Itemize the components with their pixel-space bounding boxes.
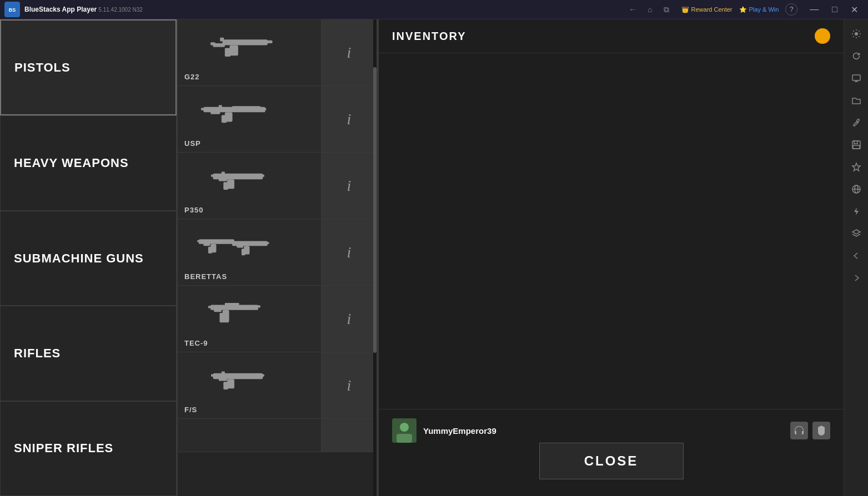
- back-button[interactable]: ←: [625, 4, 640, 16]
- headphone-badge: [790, 422, 808, 439]
- minimize-button[interactable]: —: [804, 3, 824, 16]
- weapon-tec9-icon: [184, 290, 279, 336]
- svg-rect-21: [211, 175, 216, 177]
- window-controls: — □ ✕: [804, 3, 864, 16]
- sidebar-icon-layers[interactable]: [846, 224, 866, 244]
- svg-rect-59: [853, 145, 860, 149]
- svg-rect-14: [260, 108, 266, 110]
- weapon-p350-icon: [184, 157, 279, 203]
- weapon-berettas-icon: [184, 224, 279, 269]
- weapon-item-fs[interactable]: F/S i: [178, 352, 377, 419]
- weapon-item-berettas[interactable]: BERETTAS i: [178, 219, 377, 286]
- category-rifles-label: RIFLES: [14, 346, 61, 361]
- svg-text:BS: BS: [9, 7, 16, 13]
- svg-rect-54: [852, 75, 860, 80]
- weapon-usp-image-area: USP: [178, 86, 321, 152]
- svg-rect-37: [219, 313, 224, 322]
- category-submachine-guns[interactable]: SUBMACHINE GUNS: [0, 211, 177, 306]
- svg-rect-27: [208, 247, 212, 254]
- multi-button[interactable]: ⧉: [660, 4, 673, 16]
- sidebar-icon-settings[interactable]: [846, 24, 866, 44]
- svg-rect-6: [210, 42, 215, 45]
- sidebar-icon-star[interactable]: [846, 157, 866, 177]
- svg-point-51: [400, 423, 409, 432]
- reward-center-button[interactable]: 👑 Reward Center: [681, 6, 732, 13]
- svg-rect-57: [852, 141, 860, 149]
- info-icon-g22: i: [347, 44, 352, 62]
- weapon-item-partial[interactable]: [178, 419, 377, 452]
- weapon-item-usp[interactable]: USP i: [178, 86, 377, 153]
- player-info: YummyEmperor39: [392, 418, 496, 443]
- svg-rect-8: [220, 38, 224, 42]
- svg-marker-60: [852, 163, 860, 171]
- home-button[interactable]: ⌂: [644, 4, 655, 16]
- sidebar-icon-lightning[interactable]: [846, 201, 866, 221]
- nav-buttons: ← ⌂ ⧉: [625, 4, 672, 16]
- sidebar-icon-refresh[interactable]: [846, 46, 866, 66]
- weapon-usp-info-button[interactable]: i: [321, 86, 377, 152]
- sidebar-icon-folder[interactable]: [846, 90, 866, 110]
- svg-rect-45: [223, 382, 228, 389]
- weapon-p350-info-button[interactable]: i: [321, 153, 377, 219]
- weapon-partial-info-button[interactable]: [321, 419, 377, 452]
- weapon-g22-info-button[interactable]: i: [321, 19, 377, 85]
- weapon-p350-name: P350: [184, 206, 203, 214]
- weapon-g22-name: G22: [184, 73, 200, 81]
- help-button[interactable]: ?: [785, 3, 797, 16]
- sidebar-icon-save[interactable]: [846, 135, 866, 155]
- player-badges: [790, 422, 830, 439]
- info-icon-usp: i: [347, 110, 352, 128]
- svg-rect-46: [211, 374, 216, 377]
- category-pistols[interactable]: PISTOLS: [0, 19, 177, 115]
- category-sniper-rifles-label: SNIPER RIFLES: [14, 441, 113, 455]
- sidebar-icon-wrench[interactable]: [846, 113, 866, 133]
- sidebar-icon-forward[interactable]: [846, 268, 866, 288]
- weapon-list-panel: G22 i: [178, 19, 378, 496]
- svg-rect-35: [214, 308, 222, 312]
- window-close-button[interactable]: ✕: [845, 3, 864, 16]
- star-icon: ⭐: [739, 6, 747, 13]
- svg-rect-20: [223, 182, 228, 190]
- category-rifles[interactable]: RIFLES: [0, 306, 177, 401]
- crown-icon: 👑: [681, 6, 689, 13]
- svg-point-53: [855, 32, 858, 36]
- category-sniper-rifles[interactable]: SNIPER RIFLES: [0, 401, 177, 496]
- weapon-item-g22[interactable]: G22 i: [178, 19, 377, 86]
- svg-rect-44: [227, 379, 234, 388]
- weapon-berettas-info-button[interactable]: i: [321, 219, 377, 285]
- svg-rect-22: [260, 175, 264, 177]
- weapon-berettas-name: BERETTAS: [184, 272, 227, 281]
- svg-rect-40: [225, 303, 239, 306]
- sidebar-icon-display[interactable]: [846, 68, 866, 88]
- svg-rect-39: [256, 305, 261, 307]
- maximize-button[interactable]: □: [826, 3, 843, 16]
- app-title: BlueStacks App Player: [24, 6, 97, 13]
- right-sidebar-icons: [844, 19, 868, 496]
- weapon-fs-icon: [184, 357, 279, 402]
- svg-rect-25: [203, 243, 210, 246]
- info-icon-fs: i: [347, 377, 352, 394]
- play-win-button[interactable]: ⭐ Play & Win: [739, 6, 779, 13]
- weapon-berettas-image-area: BERETTAS: [178, 219, 321, 285]
- weapon-fs-name: F/S: [184, 406, 197, 414]
- weapon-fs-info-button[interactable]: i: [321, 352, 377, 418]
- weapon-item-tec9[interactable]: TEC-9 i: [178, 286, 377, 352]
- weapon-usp-icon: [184, 90, 279, 136]
- svg-marker-64: [854, 207, 859, 215]
- svg-rect-5: [225, 48, 230, 57]
- sidebar-icon-globe[interactable]: [846, 179, 866, 199]
- svg-rect-23: [222, 171, 225, 175]
- scrollbar-thumb[interactable]: [373, 67, 377, 353]
- vest-badge: [812, 422, 830, 439]
- weapon-item-p350[interactable]: P350 i: [178, 153, 377, 219]
- svg-rect-38: [208, 306, 213, 308]
- category-heavy-weapons[interactable]: HEAVY WEAPONS: [0, 115, 177, 210]
- svg-rect-7: [265, 41, 273, 43]
- weapon-g22-icon: [184, 24, 279, 69]
- sidebar-icon-back[interactable]: [846, 246, 866, 266]
- weapon-tec9-info-button[interactable]: i: [321, 286, 377, 352]
- weapon-usp-name: USP: [184, 139, 201, 148]
- svg-rect-30: [237, 245, 243, 247]
- close-game-button[interactable]: CLOSE: [539, 443, 684, 479]
- reward-center-label: Reward Center: [691, 6, 732, 13]
